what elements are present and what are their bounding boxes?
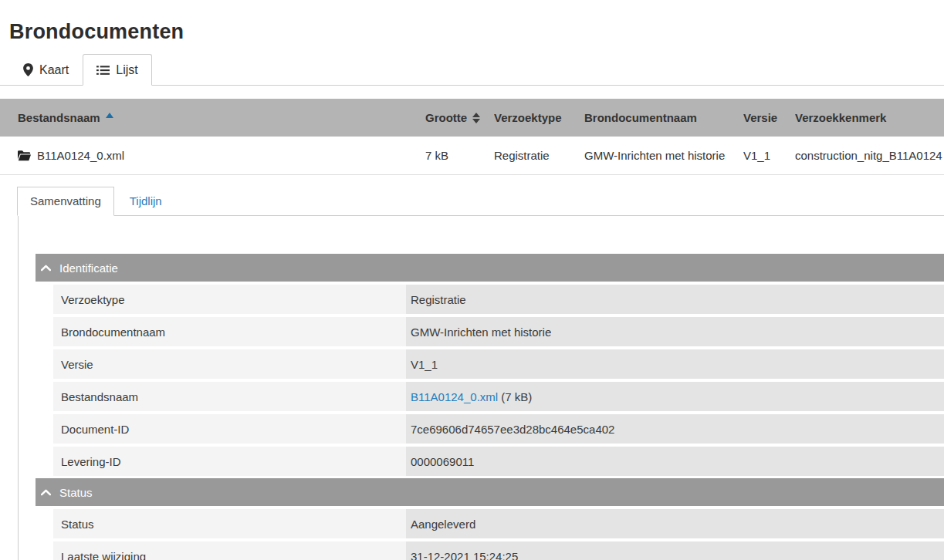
section-header-status[interactable]: Status xyxy=(36,478,944,506)
row-value: 7ce69606d74657ee3d28bc464e5ca402 xyxy=(406,414,944,444)
column-label: Brondocumentnaam xyxy=(584,111,697,124)
cell-grootte: 7 kB xyxy=(425,149,494,162)
column-header-bestandsnaam[interactable]: Bestandsnaam xyxy=(18,111,425,124)
section-header-identificatie[interactable]: Identificatie xyxy=(36,254,944,282)
cell-versie: V1_1 xyxy=(743,149,795,162)
cell-bestandsnaam: B11A0124_0.xml xyxy=(18,149,425,162)
file-size-text: (7 kB) xyxy=(501,390,532,403)
cell-text: B11A0124_0.xml xyxy=(37,149,124,162)
tab-samenvatting[interactable]: Samenvatting xyxy=(17,187,114,216)
column-header-grootte[interactable]: Grootte xyxy=(425,111,494,124)
cell-verzoektype: Registratie xyxy=(494,149,584,162)
row-value: 31-12-2021 15:24:25 xyxy=(406,541,944,560)
column-header-versie[interactable]: Versie xyxy=(743,111,795,124)
detail-tabs: Samenvatting Tijdlijn xyxy=(18,187,944,216)
section-title: Identificatie xyxy=(59,261,118,275)
column-label: Bestandsnaam xyxy=(18,111,100,124)
map-pin-icon xyxy=(23,63,33,76)
column-label: Verzoekkenmerk xyxy=(795,111,886,124)
row-value: Registratie xyxy=(406,285,944,314)
row-label: Bestandsnaam xyxy=(53,382,406,411)
row-value: 0000069011 xyxy=(406,447,944,476)
status-rows: Status Aangeleverd Laatste wijziging 31-… xyxy=(53,509,944,560)
cell-verzoekkenmerk: construction_nitg_B11A0124 xyxy=(795,149,944,162)
sort-icon xyxy=(472,113,480,123)
row-label: Brondocumentnaam xyxy=(53,317,406,346)
row-label: Levering-ID xyxy=(53,447,406,476)
chevron-up-icon xyxy=(41,265,51,272)
row-label: Laatste wijziging xyxy=(53,541,406,560)
row-label: Versie xyxy=(53,349,406,379)
chevron-up-icon xyxy=(41,489,51,496)
row-label: Verzoektype xyxy=(53,285,406,314)
detail-body: Identificatie Verzoektype Registratie Br… xyxy=(18,216,944,560)
page-title: Brondocumenten xyxy=(9,19,944,45)
row-label: Document-ID xyxy=(53,414,406,444)
column-label: Grootte xyxy=(425,111,467,124)
file-link[interactable]: B11A0124_0.xml xyxy=(411,390,498,403)
tab-kaart[interactable]: Kaart xyxy=(9,54,83,85)
folder-icon xyxy=(18,150,31,161)
tab-lijst[interactable]: Lijst xyxy=(83,54,151,86)
view-tabs: Kaart Lijst xyxy=(0,52,944,86)
row-label: Status xyxy=(53,509,406,538)
detail-row-verzoektype: Verzoektype Registratie xyxy=(53,285,944,314)
row-value: Aangeleverd xyxy=(406,509,944,538)
column-header-brondocumentnaam[interactable]: Brondocumentnaam xyxy=(584,111,743,124)
detail-row-bestandsnaam: Bestandsnaam B11A0124_0.xml (7 kB) xyxy=(53,382,944,411)
document-row[interactable]: B11A0124_0.xml 7 kB Registratie GMW-Inri… xyxy=(0,137,944,175)
list-icon xyxy=(96,65,110,76)
column-header-verzoekkenmerk[interactable]: Verzoekkenmerk xyxy=(795,111,944,124)
detail-row-brondocumentnaam: Brondocumentnaam GMW-Inrichten met histo… xyxy=(53,317,944,346)
detail-row-status: Status Aangeleverd xyxy=(53,509,944,538)
column-header-verzoektype[interactable]: Verzoektype xyxy=(494,111,584,124)
detail-row-levering-id: Levering-ID 0000069011 xyxy=(53,447,944,476)
row-value: GMW-Inrichten met historie xyxy=(406,317,944,346)
sort-ascending-icon xyxy=(106,113,113,118)
section-title: Status xyxy=(59,486,93,499)
app-root: Brondocumenten Kaart Lijst Bestandsnaam xyxy=(0,19,944,560)
column-label: Verzoektype xyxy=(494,111,562,124)
tab-tijdlijn[interactable]: Tijdlijn xyxy=(114,187,178,215)
documents-table-header: Bestandsnaam Grootte Verzoektype Brondoc… xyxy=(0,99,944,137)
documents-table: Bestandsnaam Grootte Verzoektype Brondoc… xyxy=(0,99,944,175)
detail-row-versie: Versie V1_1 xyxy=(53,349,944,379)
detail-row-laatste-wijziging: Laatste wijziging 31-12-2021 15:24:25 xyxy=(53,541,944,560)
identificatie-rows: Verzoektype Registratie Brondocumentnaam… xyxy=(53,285,944,476)
tab-kaart-label: Kaart xyxy=(39,62,69,78)
detail-panel: Samenvatting Tijdlijn Identificatie Verz… xyxy=(18,187,944,560)
column-label: Versie xyxy=(743,111,777,124)
row-value: B11A0124_0.xml (7 kB) xyxy=(406,382,944,411)
row-value: V1_1 xyxy=(406,349,944,379)
cell-brondocumentnaam: GMW-Inrichten met historie xyxy=(584,149,743,162)
tab-lijst-label: Lijst xyxy=(116,62,137,78)
detail-row-document-id: Document-ID 7ce69606d74657ee3d28bc464e5c… xyxy=(53,414,944,444)
